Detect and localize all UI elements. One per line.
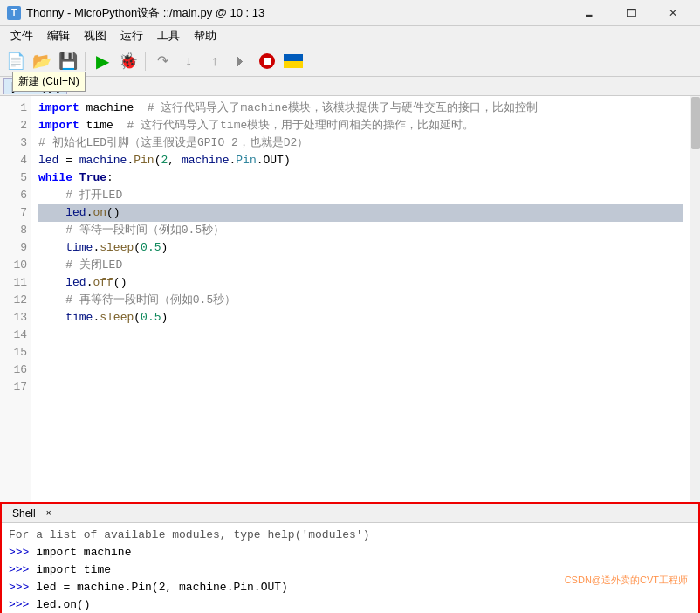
open-file-button[interactable]: 📂 — [30, 49, 54, 73]
toolbar-sep-1 — [85, 52, 86, 71]
close-button[interactable]: ✕ — [653, 0, 693, 26]
window-controls: 🗕 🗖 ✕ — [569, 0, 693, 26]
code-line: led.on() — [38, 204, 683, 222]
code-line: # 初始化LED引脚（这里假设是GPIO 2，也就是D2） — [38, 134, 683, 152]
minimize-button[interactable]: 🗕 — [569, 0, 609, 26]
title-bar-left: T Thonny - MicroPython设备 ::/main.py @ 10… — [7, 5, 264, 21]
run-button[interactable]: ▶ — [90, 49, 114, 73]
scrollbar-thumb[interactable] — [691, 97, 700, 149]
app-icon: T — [7, 6, 21, 20]
code-line: time.sleep(0.5) — [38, 309, 683, 327]
code-line: time.sleep(0.5) — [38, 239, 683, 257]
shell-line: For a list of available modules, type he… — [9, 527, 691, 544]
debug-button[interactable]: 🐞 — [116, 49, 141, 73]
code-line: # 再等待一段时间（例如0.5秒） — [38, 292, 683, 309]
maximize-button[interactable]: 🗖 — [611, 0, 651, 26]
menu-tools[interactable]: 工具 — [150, 26, 187, 45]
shell-tab-bar: Shell × — [2, 504, 698, 523]
shell-line: >>> import machine — [9, 544, 691, 561]
new-file-button[interactable]: 📄 — [3, 49, 28, 73]
code-line: led.off() — [38, 274, 683, 292]
shell-tab-close-icon[interactable]: × — [46, 508, 51, 518]
step-out-button[interactable]: ↑ — [202, 49, 227, 73]
line-numbers: 1234567891011121314151617 — [0, 96, 31, 502]
code-line: # 等待一段时间（例如0.5秒） — [38, 222, 683, 239]
file-tab-bar: [ main.py ] — [0, 77, 700, 96]
menu-help[interactable]: 帮助 — [187, 26, 223, 45]
step-into-button[interactable]: ↓ — [176, 49, 201, 73]
editor-scrollbar[interactable] — [690, 96, 700, 502]
shell-area: Shell × For a list of available modules,… — [0, 502, 700, 613]
code-line: led = machine.Pin(2, machine.Pin.OUT) — [38, 152, 683, 169]
toolbar-sep-2 — [145, 52, 146, 71]
window-title: Thonny - MicroPython设备 ::/main.py @ 10 :… — [26, 5, 264, 21]
menu-file[interactable]: 文件 — [3, 26, 40, 45]
code-line: import time # 这行代码导入了time模块，用于处理时间相关的操作，… — [38, 117, 683, 134]
menu-bar: 文件 编辑 视图 运行 工具 帮助 — [0, 26, 700, 45]
toolbar: 📄 新建 (Ctrl+N) 📂 💾 ▶ 🐞 ↷ ↓ ↑ ⏵ — [0, 45, 700, 77]
watermark: CSDN@送外卖的CVT工程师 — [565, 574, 688, 587]
menu-run[interactable]: 运行 — [113, 26, 150, 45]
step-over-button[interactable]: ↷ — [150, 49, 175, 73]
new-tooltip: 新建 (Ctrl+N) — [12, 72, 86, 92]
shell-line: >>> led.on() — [9, 596, 691, 613]
stop-icon — [259, 53, 275, 69]
resume-button[interactable]: ⏵ — [229, 49, 253, 73]
editor-area: 1234567891011121314151617 import machine… — [0, 96, 700, 502]
title-bar: T Thonny - MicroPython设备 ::/main.py @ 10… — [0, 0, 700, 26]
save-file-button[interactable]: 💾 — [56, 49, 80, 73]
menu-view[interactable]: 视图 — [77, 26, 113, 45]
code-line: while True: — [38, 169, 683, 187]
shell-content[interactable]: For a list of available modules, type he… — [2, 523, 698, 613]
code-line: # 关闭LED — [38, 257, 683, 274]
shell-tab[interactable]: Shell — [5, 506, 43, 521]
stop-button[interactable] — [255, 49, 279, 73]
ukraine-flag-icon — [281, 49, 305, 73]
code-line: import machine # 这行代码导入了machine模块，该模块提供了… — [38, 100, 683, 117]
menu-edit[interactable]: 编辑 — [40, 26, 77, 45]
code-line: # 打开LED — [38, 187, 683, 204]
code-content[interactable]: import machine # 这行代码导入了machine模块，该模块提供了… — [31, 96, 690, 502]
